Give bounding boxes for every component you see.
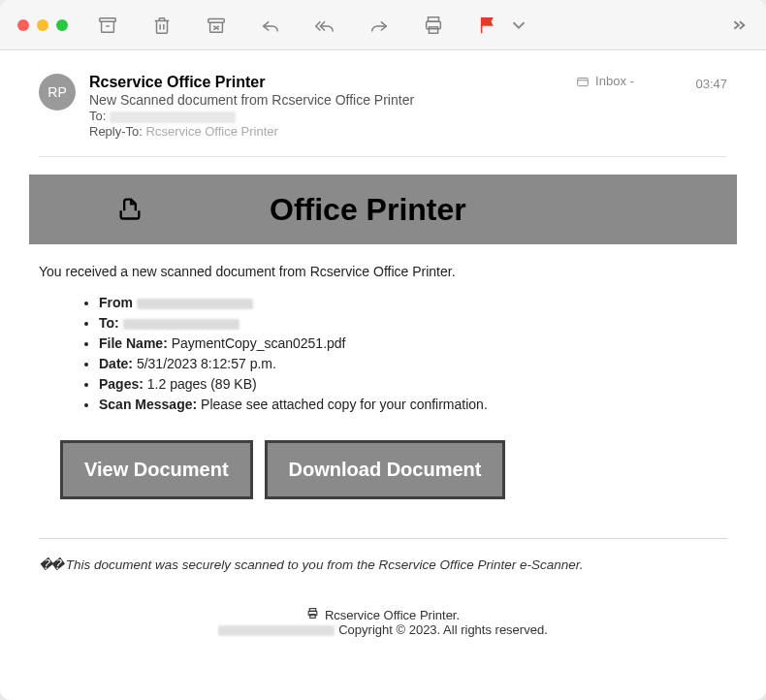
detail-pages: Pages: 1.2 pages (89 KB) (99, 374, 727, 395)
email-subject: New Scanned document from Rcservice Offi… (89, 92, 576, 108)
svg-rect-0 (100, 17, 116, 21)
to-redacted (110, 111, 236, 123)
footer-line2: Copyright © 2023. All rights reserved. (39, 622, 727, 637)
reply-icon[interactable] (260, 15, 281, 36)
email-content: RP Rcservice Office Printer New Scanned … (0, 50, 766, 656)
to-label: To: (89, 109, 106, 123)
archive-icon[interactable] (97, 15, 118, 36)
intro-text: You received a new scanned document from… (39, 264, 727, 279)
junk-icon[interactable] (206, 15, 227, 36)
reply-to-line: Reply-To: Rcservice Office Printer (89, 124, 576, 139)
flag-icon[interactable] (477, 15, 498, 36)
to-value-redacted (123, 319, 239, 330)
more-icon[interactable] (727, 15, 749, 36)
button-row: View Document Download Document (60, 440, 727, 499)
reply-to-label: Reply-To: (89, 124, 143, 139)
toolbar (97, 15, 749, 36)
sender-name: Rcservice Office Printer (89, 74, 576, 91)
detail-to: To: (99, 313, 727, 334)
view-document-button[interactable]: View Document (60, 440, 253, 499)
from-redacted (137, 299, 253, 309)
printer-small-icon (306, 607, 319, 622)
close-window-button[interactable] (17, 19, 29, 31)
print-icon[interactable] (423, 15, 444, 36)
trash-icon[interactable] (151, 15, 173, 36)
email-header: RP Rcservice Office Printer New Scanned … (39, 74, 727, 139)
detail-filename: File Name: PaymentCopy_scan0251.pdf (99, 334, 727, 354)
secure-note-glyph: �� (39, 557, 62, 572)
folder-indicator[interactable]: Inbox - (576, 74, 634, 88)
details-list: From To: File Name: PaymentCopy_scan0251… (39, 293, 727, 415)
svg-rect-4 (429, 26, 437, 32)
footer-redacted (218, 625, 335, 636)
folder-icon (576, 75, 590, 88)
divider (39, 156, 727, 157)
secure-note: �� This document was securely scanned to… (39, 557, 727, 572)
forward-icon[interactable] (368, 15, 390, 36)
divider-2 (39, 538, 727, 539)
detail-scanmsg: Scan Message: Please see attached copy f… (99, 395, 727, 415)
mail-window: RP Rcservice Office Printer New Scanned … (0, 0, 766, 700)
flag-dropdown-icon[interactable] (508, 15, 529, 36)
titlebar (0, 0, 766, 50)
footer: Rcservice Office Printer. Copyright © 20… (39, 607, 727, 637)
reply-all-icon[interactable] (314, 15, 335, 36)
to-line: To: (89, 109, 576, 123)
footer-line1-text: Rcservice Office Printer. (325, 608, 460, 622)
avatar: RP (39, 74, 76, 111)
maximize-window-button[interactable] (56, 19, 68, 31)
download-document-button[interactable]: Download Document (265, 440, 506, 499)
svg-rect-1 (208, 18, 225, 22)
detail-from: From (99, 293, 727, 313)
svg-rect-5 (578, 78, 589, 85)
traffic-lights (17, 19, 68, 31)
banner-title: Office Printer (270, 192, 466, 228)
header-meta-right: Inbox - 03:47 (576, 74, 727, 91)
time-label: 03:47 (695, 77, 727, 91)
print-tray-icon (116, 195, 144, 225)
folder-label: Inbox - (595, 74, 634, 88)
detail-date: Date: 5/31/2023 8:12:57 p.m. (99, 354, 727, 374)
reply-to-value: Rcservice Office Printer (146, 124, 278, 139)
banner: Office Printer (29, 175, 737, 244)
secure-note-text: This document was securely scanned to yo… (62, 557, 583, 572)
minimize-window-button[interactable] (37, 19, 48, 31)
